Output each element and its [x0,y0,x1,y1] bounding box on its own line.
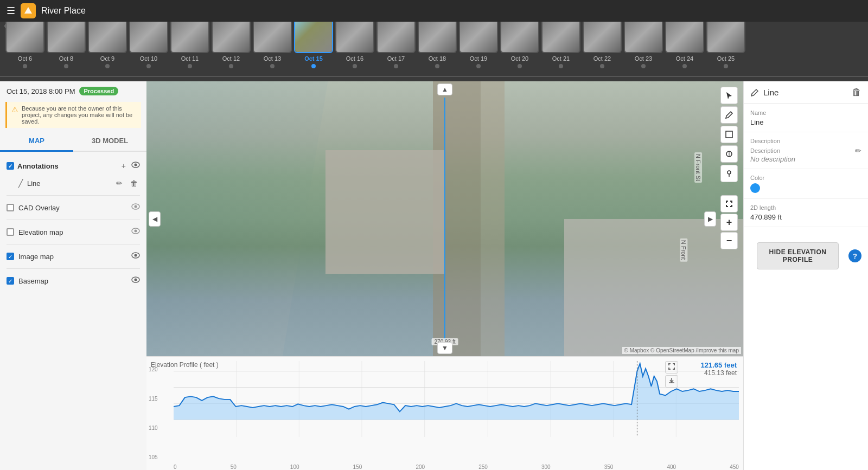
timeline-item[interactable]: Oct 9 [88,22,127,78]
cad-overlay-label: CAD Overlay [18,204,60,212]
timeline-item[interactable]: Oct 18 [418,22,457,78]
timeline: October 2018 Oct 6Oct 8Oct 9Oct 10Oct 11… [0,22,868,81]
timeline-date-label: Oct 10 [140,55,157,62]
annotation-title: Line [763,88,778,97]
annotations-checkbox[interactable]: ✓ [7,162,14,170]
elevation-expand-button[interactable] [665,361,678,374]
length-value: 470.899 ft [750,213,782,221]
thumbnail-image [542,22,579,52]
thumbnail-image [336,22,373,52]
fullscreen-button[interactable] [720,195,738,213]
map-pan-left-button[interactable]: ◀ [149,211,161,227]
image-map-label: Image map [18,253,54,261]
help-button[interactable]: ? [848,249,861,262]
map-container[interactable]: N Front St N Front 270.93 ft © Mapbox © … [146,81,743,356]
timeline-date-label: Oct 18 [429,55,446,62]
road-2 [481,81,505,356]
x-label-450: 450 [730,464,739,470]
timeline-item[interactable]: Oct 15 [294,22,333,78]
delete-line-button[interactable]: 🗑 [128,178,140,189]
draw-tool-button[interactable] [720,106,738,124]
timeline-item[interactable]: Oct 12 [212,22,251,78]
thumbnail-image [213,22,250,52]
elevation-map-visibility[interactable] [131,227,140,237]
basemap-checkbox[interactable]: ✓ [7,277,14,285]
zoom-in-button[interactable]: + [720,214,738,231]
thumbnail-image [130,22,167,52]
timeline-dot [229,64,233,68]
annotation-header-left: Line [750,88,778,97]
date-text: Oct 15, 2018 8:00 PM [7,87,75,95]
map-pan-up-button[interactable]: ▲ [437,83,452,95]
elevation-download-button[interactable] [665,375,678,388]
thumbnail-image [419,22,456,52]
timeline-thumbnail [5,22,44,53]
eye-icon-5 [131,275,140,284]
timeline-item[interactable]: Oct 22 [583,22,622,78]
name-value: Line [750,118,764,126]
length-field-label: 2D length [750,204,861,211]
volume-tool-button[interactable] [720,145,738,163]
timeline-item[interactable]: Oct 6 [5,22,44,78]
x-label-350: 350 [604,464,614,470]
add-annotation-button[interactable]: + [119,160,128,171]
timeline-item[interactable]: Oct 13 [253,22,292,78]
timeline-item[interactable]: Oct 16 [335,22,374,78]
timeline-item[interactable]: Oct 19 [459,22,498,78]
timeline-item[interactable]: Oct 8 [47,22,86,78]
delete-annotation-button[interactable]: 🗑 [852,87,861,98]
basemap-left: ✓ Basemap [7,277,48,285]
x-label-200: 200 [416,464,425,470]
timeline-dot [724,64,728,68]
timeline-item[interactable]: Oct 20 [500,22,539,78]
elevation-title: Elevation Profile ( feet ) [151,361,219,369]
polygon-tool-button[interactable] [720,126,738,143]
pencil-icon [725,111,733,119]
warning-text: Because you are not the owner of this pr… [22,105,137,125]
timeline-item[interactable]: Oct 21 [541,22,580,78]
timeline-dot [394,64,398,68]
x-label-400: 400 [667,464,676,470]
hamburger-icon[interactable]: ☰ [7,5,15,17]
color-field-label: Color [750,175,861,181]
color-dot[interactable] [750,183,760,193]
svg-point-4 [135,205,137,208]
topbar: ☰ River Place [0,0,868,22]
map-pan-right-button[interactable]: ▶ [704,211,716,227]
basemap-visibility[interactable] [131,275,140,286]
cursor-icon [725,91,733,100]
divider-1 [7,195,140,196]
elevation-value-1: 121.65 feet [701,361,737,369]
timeline-item[interactable]: Oct 11 [170,22,209,78]
pin-tool-button[interactable] [720,165,738,182]
elevation-map-checkbox[interactable] [7,228,14,236]
tab-3d-model[interactable]: 3D MODEL [73,131,146,152]
edit-line-button[interactable]: ✏ [114,178,125,189]
timeline-item[interactable]: Oct 23 [624,22,663,78]
hide-elevation-button[interactable]: HIDE ELEVATION PROFILE [757,242,839,269]
timeline-thumbnail [418,22,457,53]
image-map-visibility[interactable] [131,251,140,262]
eye-icon [131,160,140,169]
cad-overlay-checkbox[interactable] [7,204,14,211]
annotations-visibility-button[interactable] [131,160,140,171]
timeline-thumbnail [706,22,745,53]
timeline-date-label: Oct 15 [304,55,323,62]
image-map-checkbox[interactable]: ✓ [7,253,14,260]
timeline-item[interactable]: Oct 24 [665,22,704,78]
zoom-out-button[interactable]: − [720,232,738,249]
y-label-115: 115 [149,396,158,402]
cad-overlay-visibility[interactable] [131,202,140,213]
timeline-item[interactable]: Oct 10 [129,22,168,78]
map-pan-down-button[interactable]: ▼ [437,342,452,354]
x-label-100: 100 [290,464,299,470]
street-label-2: N Front [680,239,688,262]
thumbnail-image [707,22,744,52]
timeline-item[interactable]: Oct 17 [376,22,416,78]
basemap-label: Basemap [18,277,48,285]
tab-map[interactable]: MAP [0,131,73,152]
timeline-item[interactable]: Oct 25 [706,22,745,78]
cursor-tool-button[interactable] [720,87,738,104]
edit-description-button[interactable]: ✏ [855,146,861,155]
timeline-thumbnail [583,22,622,53]
